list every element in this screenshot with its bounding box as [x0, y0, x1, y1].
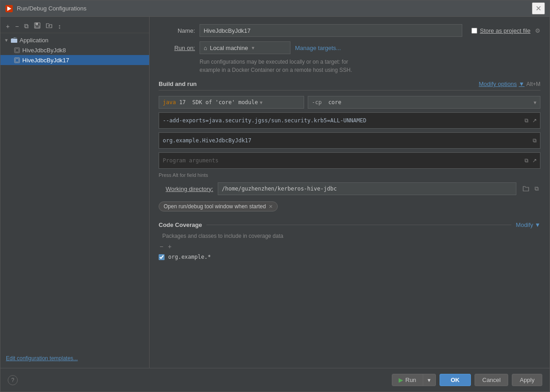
application-label: Application: [20, 37, 49, 44]
edit-config-templates-link[interactable]: Edit configuration templates...: [0, 352, 149, 365]
working-dir-browse-icon[interactable]: [521, 184, 531, 194]
vm-expand-icon[interactable]: ↗: [531, 116, 538, 125]
build-run-title: Build and run: [159, 80, 479, 87]
svg-rect-7: [11, 39, 17, 43]
vm-copy-icon[interactable]: ⧉: [524, 116, 530, 125]
run-on-row: Run on: ⌂ Manage targets... Local machin…: [159, 41, 540, 54]
modify-arrow: ▼: [535, 221, 540, 228]
main-class-input[interactable]: [159, 132, 540, 149]
coverage-divider: [206, 225, 511, 225]
program-args-wrapper: ⧉ ↗: [159, 152, 540, 169]
coverage-add-btn[interactable]: +: [167, 243, 172, 250]
working-dir-copy-icon[interactable]: ⧉: [533, 184, 540, 194]
ok-button[interactable]: OK: [440, 374, 471, 386]
cancel-button[interactable]: Cancel: [475, 374, 508, 386]
working-dir-input[interactable]: [218, 182, 516, 195]
build-sdk-row: java 17 SDK of 'core' module ▼ -cp core …: [159, 96, 540, 109]
modify-options-arrow: ▼: [519, 80, 525, 87]
svg-rect-11: [15, 59, 19, 62]
program-args-input[interactable]: [159, 152, 540, 169]
svg-rect-3: [35, 23, 38, 25]
jdk8-label: HiveJdbcByJdk8: [22, 47, 66, 54]
sidebar-toolbar: + − ⧉ ↕: [0, 20, 149, 33]
manage-targets-link[interactable]: Manage targets...: [295, 45, 341, 51]
jdk17-icon: [13, 56, 20, 64]
shortcut-hint: Alt+M: [526, 81, 540, 87]
store-as-project-label[interactable]: Store as project file: [480, 27, 530, 34]
main-class-wrapper: ⧉: [159, 132, 540, 149]
remove-config-button[interactable]: −: [13, 22, 20, 31]
close-button[interactable]: ✕: [532, 2, 545, 15]
coverage-title: Code Coverage: [159, 221, 202, 228]
vm-options-input[interactable]: [159, 112, 540, 129]
run-main-button[interactable]: ▶ Run: [392, 374, 423, 386]
title-bar: Run/Debug Configurations ✕: [0, 0, 550, 17]
working-dir-icons: ⧉: [521, 184, 540, 194]
run-on-dropdown[interactable]: ⌂ Manage targets... Local machine ▼: [200, 41, 290, 54]
bottom-bar: ? ▶ Run ▼ OK Cancel Apply: [0, 368, 550, 392]
coverage-modify-button[interactable]: Modify ▼: [516, 221, 540, 228]
sidebar: + − ⧉ ↕: [0, 17, 150, 368]
working-dir-row: Working directory: ⧉: [159, 182, 540, 195]
vm-options-wrapper: ⧉ ↗: [159, 112, 540, 129]
tree-arrow-application: ▼: [4, 38, 10, 43]
svg-rect-9: [15, 49, 19, 52]
run-debug-dialog: Run/Debug Configurations ✕ + − ⧉: [0, 0, 550, 392]
build-run-section-header: Build and run Modify options ▼ Alt+M: [159, 80, 540, 90]
hint-text: Press Alt for field hints: [159, 172, 540, 178]
svg-rect-4: [35, 26, 39, 28]
main-content: + − ⧉ ↕: [0, 17, 550, 368]
coverage-item: org.example.*: [159, 253, 540, 261]
name-input[interactable]: [200, 24, 462, 37]
coverage-desc: Packages and classes to include in cover…: [162, 233, 540, 239]
vm-options-icons: ⧉ ↗: [524, 116, 538, 125]
sdk-dropdown-arrow: ▼: [260, 100, 263, 105]
coverage-item-label: org.example.*: [168, 254, 211, 260]
cp-dropdown[interactable]: -cp core ▼: [308, 96, 540, 109]
sdk-dropdown[interactable]: java 17 SDK of 'core' module ▼: [159, 96, 304, 109]
run-label: Run: [405, 377, 416, 383]
args-expand-icon[interactable]: ↗: [531, 156, 538, 165]
main-class-copy-icon[interactable]: ⧉: [532, 136, 538, 145]
modify-label: Modify: [516, 221, 533, 228]
coverage-toolbar: − +: [159, 243, 540, 250]
right-panel: Name: Store as project file ⚙ Run on: ⌂ …: [150, 17, 550, 368]
folder-config-button[interactable]: [44, 21, 54, 31]
save-config-button[interactable]: [32, 21, 42, 31]
tag-area: Open run/debug tool window when started …: [159, 201, 540, 218]
cp-dropdown-arrow: ▼: [534, 100, 536, 105]
jdk8-icon: [13, 46, 20, 54]
app-icon: [5, 5, 13, 13]
tag-label: Open run/debug tool window when started: [164, 203, 266, 210]
modify-options-button[interactable]: Modify options ▼: [479, 80, 525, 87]
tree-item-application[interactable]: ▼ Application: [0, 35, 149, 45]
application-folder-icon: [10, 36, 18, 44]
tree-item-jdk17[interactable]: HiveJdbcByJdk17: [0, 55, 149, 65]
run-on-label: Run on:: [159, 45, 195, 51]
store-as-project-area: Store as project file ⚙: [471, 27, 540, 34]
args-copy-icon[interactable]: ⧉: [524, 156, 530, 165]
cp-label: -cp core: [312, 99, 341, 106]
code-coverage-section: Code Coverage Modify ▼ Packages and clas…: [159, 221, 540, 261]
add-config-button[interactable]: +: [4, 22, 11, 31]
working-dir-label: Working directory:: [159, 186, 213, 192]
store-gear-icon[interactable]: ⚙: [535, 27, 540, 34]
sort-config-button[interactable]: ↕: [56, 22, 63, 31]
run-icon: ▶: [399, 377, 403, 383]
store-as-project-checkbox[interactable]: [471, 28, 477, 34]
coverage-remove-btn[interactable]: −: [159, 243, 164, 250]
run-on-info: Run configurations may be executed local…: [200, 58, 540, 74]
home-icon: ⌂: [204, 45, 207, 51]
help-button[interactable]: ?: [8, 375, 18, 385]
copy-config-button[interactable]: ⧉: [22, 21, 30, 31]
program-args-icons: ⧉ ↗: [524, 156, 538, 165]
sdk-label: java 17 SDK of 'core' module: [163, 99, 258, 106]
tree-item-jdk8[interactable]: HiveJdbcByJdk8: [0, 45, 149, 55]
coverage-item-checkbox[interactable]: [159, 254, 165, 260]
dialog-title: Run/Debug Configurations: [17, 5, 532, 12]
apply-button[interactable]: Apply: [512, 374, 542, 386]
tag-close-button[interactable]: ✕: [269, 204, 273, 210]
run-dropdown-button[interactable]: ▼: [423, 375, 435, 385]
dropdown-arrow-icon: ▼: [251, 45, 255, 50]
name-label: Name:: [159, 27, 195, 34]
